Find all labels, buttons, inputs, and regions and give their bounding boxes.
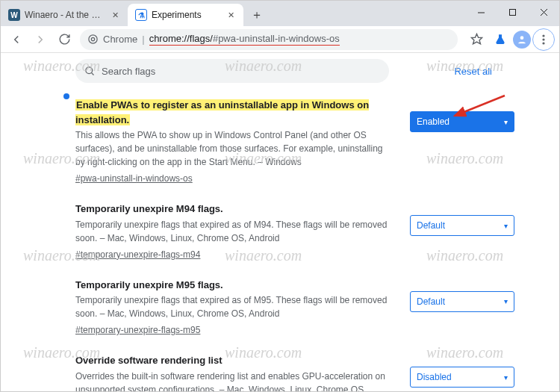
flag-description: Temporarily unexpire flags that expired … — [75, 218, 393, 245]
reload-button[interactable] — [53, 28, 75, 51]
svg-point-9 — [542, 38, 544, 40]
flags-list: Enable PWAs to register as an uninstalla… — [1, 90, 559, 391]
search-flags-input[interactable]: Search flags — [75, 59, 389, 83]
flag-dropdown[interactable]: Default▾ — [410, 215, 514, 236]
profile-avatar[interactable] — [513, 31, 531, 49]
flag-title: Override software rendering list — [75, 355, 223, 366]
flag-control: Disabled▾ — [410, 353, 514, 391]
back-button[interactable] — [5, 28, 28, 51]
titlebar: W Winaero - At the edge of tweak... ✕ ⚗ … — [1, 1, 559, 26]
page-content: Search flags Reset all Enable PWAs to re… — [1, 53, 559, 391]
forward-button — [29, 28, 52, 51]
flag-control: Default▾ — [410, 202, 514, 261]
bookmark-star-icon[interactable] — [465, 28, 488, 51]
flag-description: Overrides the built-in software renderin… — [75, 370, 393, 392]
dropdown-value: Default — [417, 220, 445, 231]
url-text: chrome://flags/#pwa-uninstall-in-windows… — [149, 33, 340, 46]
toolbar: Chrome | chrome://flags/#pwa-uninstall-i… — [1, 26, 559, 53]
flag-row: Enable PWAs to register as an uninstalla… — [75, 90, 514, 194]
flag-description: This allows the PWA to show up in Window… — [75, 128, 393, 169]
window-controls — [465, 1, 559, 23]
url-chip: Chrome — [103, 34, 137, 45]
flag-dropdown[interactable]: Disabled▾ — [410, 367, 514, 388]
tab-label: Experiments — [152, 10, 221, 20]
minimize-button[interactable] — [465, 1, 497, 23]
url-separator: | — [142, 34, 144, 45]
svg-point-7 — [520, 36, 524, 40]
flag-body: Enable PWAs to register as an uninstalla… — [75, 98, 396, 185]
flag-anchor[interactable]: #pwa-uninstall-in-windows-os — [75, 172, 193, 185]
close-window-button[interactable] — [528, 1, 559, 23]
flag-body: Override software rendering listOverride… — [75, 353, 396, 391]
menu-button[interactable] — [532, 28, 555, 51]
search-icon — [84, 66, 96, 77]
chrome-page-icon — [87, 34, 99, 45]
chevron-down-icon: ▾ — [504, 373, 508, 382]
svg-line-12 — [91, 72, 93, 75]
chevron-down-icon: ▾ — [504, 222, 508, 230]
flag-dropdown[interactable]: Enabled▾ — [410, 111, 514, 132]
tab-experiments[interactable]: ⚗ Experiments ✕ — [128, 4, 243, 26]
svg-point-5 — [91, 37, 94, 40]
svg-marker-6 — [471, 34, 482, 43]
favicon-winaero: W — [8, 9, 20, 21]
flag-anchor[interactable]: #temporary-unexpire-flags-m95 — [75, 323, 200, 337]
svg-point-4 — [89, 35, 97, 43]
close-icon[interactable]: ✕ — [110, 10, 120, 20]
flag-title: Enable PWAs to register as an uninstalla… — [75, 99, 369, 125]
svg-rect-1 — [509, 9, 515, 15]
flag-row: Temporarily unexpire M95 flags.Temporari… — [75, 270, 514, 346]
svg-point-8 — [542, 34, 544, 37]
dropdown-value: Enabled — [417, 116, 449, 127]
dropdown-value: Default — [417, 296, 445, 307]
flag-control: Default▾ — [410, 278, 514, 337]
svg-point-11 — [86, 66, 93, 73]
svg-point-10 — [542, 42, 544, 44]
modified-dot-icon — [63, 93, 69, 99]
flag-body: Temporarily unexpire M94 flags.Temporari… — [75, 202, 396, 261]
close-icon[interactable]: ✕ — [225, 10, 236, 20]
flag-title: Temporarily unexpire M94 flags. — [75, 203, 223, 214]
flag-dropdown[interactable]: Default▾ — [410, 291, 514, 312]
tab-label: Winaero - At the edge of tweak... — [25, 10, 105, 20]
dropdown-value: Disabled — [417, 372, 452, 382]
address-bar[interactable]: Chrome | chrome://flags/#pwa-uninstall-i… — [80, 29, 458, 50]
flag-title: Temporarily unexpire M95 flags. — [75, 279, 223, 290]
flag-control: Enabled▾ — [410, 98, 514, 185]
reset-all-button[interactable]: Reset all — [454, 66, 492, 77]
new-tab-button[interactable]: ＋ — [246, 4, 267, 25]
extension-flask-icon[interactable] — [489, 28, 511, 51]
maximize-button[interactable] — [497, 1, 528, 23]
chevron-down-icon: ▾ — [504, 118, 508, 126]
flag-anchor[interactable]: #temporary-unexpire-flags-m94 — [75, 248, 200, 261]
flag-description: Temporarily unexpire flags that expired … — [75, 293, 393, 320]
flag-row: Temporarily unexpire M94 flags.Temporari… — [75, 194, 514, 270]
chevron-down-icon: ▾ — [504, 297, 508, 305]
flag-body: Temporarily unexpire M95 flags.Temporari… — [75, 278, 396, 337]
favicon-flask-icon: ⚗ — [135, 9, 147, 21]
search-placeholder: Search flags — [102, 66, 155, 77]
flag-row: Override software rendering listOverride… — [75, 346, 514, 391]
tab-winaero[interactable]: W Winaero - At the edge of tweak... ✕ — [1, 4, 128, 26]
